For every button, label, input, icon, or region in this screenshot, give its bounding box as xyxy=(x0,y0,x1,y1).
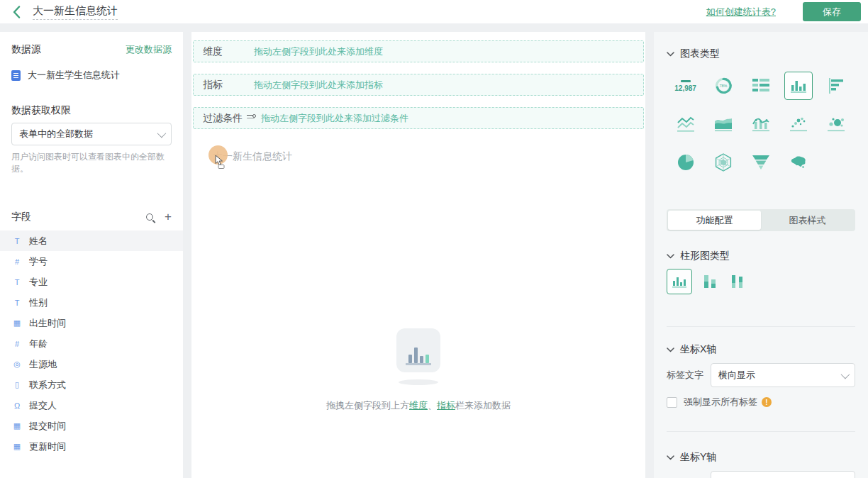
drag-cursor-icon xyxy=(214,155,226,171)
bubble-chart-icon[interactable] xyxy=(818,109,855,140)
permission-value: 表单中的全部数据 xyxy=(19,128,157,140)
metric-link[interactable]: 指标 xyxy=(437,400,455,411)
field-row[interactable]: ▦ 出生时间 xyxy=(0,313,183,333)
field-row[interactable]: T 性别 xyxy=(0,292,183,313)
field-row[interactable]: # 学号 xyxy=(0,251,183,272)
topbar: 大一新生信息统计 如何创建统计表? 保存 xyxy=(0,0,868,23)
field-name: 专业 xyxy=(29,276,48,289)
bar-chart-placeholder-icon xyxy=(396,328,440,372)
chevron-down-icon xyxy=(667,348,674,352)
selected-chart-type-frame xyxy=(784,72,813,100)
page-title[interactable]: 大一新生信息统计 xyxy=(33,4,118,20)
field-name: 年龄 xyxy=(29,338,48,350)
field-row[interactable]: ▯ 联系方式 xyxy=(0,374,183,395)
xaxis-section-header[interactable]: 坐标X轴 xyxy=(667,343,855,356)
chevron-down-icon xyxy=(667,455,674,460)
datasource-label: 数据源 xyxy=(11,43,41,56)
yaxis-section-header[interactable]: 坐标Y轴 xyxy=(667,451,855,464)
datasource-item[interactable]: 大一新生学生信息统计 xyxy=(11,69,172,82)
hbar-chart-icon[interactable] xyxy=(818,70,855,101)
force-labels-checkbox[interactable] xyxy=(667,397,677,408)
field-name: 联系方式 xyxy=(29,379,66,391)
back-icon[interactable] xyxy=(7,3,26,21)
filter-dropzone[interactable]: 过滤条件 拖动左侧字段到此处来添加过滤条件 xyxy=(193,107,644,129)
chart-type-grid: 12,987 78% xyxy=(667,70,855,178)
chevron-down-icon xyxy=(157,128,167,138)
chart-title[interactable]: 大一新生信息统计 xyxy=(213,150,292,163)
tab-chart-style[interactable]: 图表样式 xyxy=(761,211,854,230)
fields-list: T 姓名 # 学号 T 专业 T 性别 ▦ 出生时间 # 年龄 ◎ 生源地 ▯ … xyxy=(0,230,183,457)
force-labels-label: 强制显示所有标签 xyxy=(684,396,757,408)
field-name: 更新时间 xyxy=(29,440,66,453)
bar-type-section-header[interactable]: 柱形图类型 xyxy=(667,250,855,262)
dimension-label: 维度 xyxy=(203,45,223,58)
label-text-select[interactable]: 横向显示 xyxy=(711,363,855,387)
field-row[interactable]: Ω 提交人 xyxy=(0,395,183,416)
datasource-sidebar: 数据源 更改数据源 大一新生学生信息统计 数据获取权限 表单中的全部数据 用户访… xyxy=(0,32,183,478)
label-text-value: 横向显示 xyxy=(718,369,841,382)
date-icon: ▦ xyxy=(11,442,23,451)
field-name: 姓名 xyxy=(29,235,48,248)
field-name: 学号 xyxy=(29,255,48,268)
chevron-down-icon xyxy=(667,254,674,259)
funnel-chart-icon[interactable] xyxy=(742,147,779,178)
metric-hint: 拖动左侧字段到此处来添加指标 xyxy=(254,79,383,91)
change-datasource-link[interactable]: 更改数据源 xyxy=(126,43,172,56)
tab-function-config[interactable]: 功能配置 xyxy=(668,211,761,230)
text-icon: T xyxy=(11,299,23,307)
config-panel: 图表类型 12,987 78% xyxy=(654,32,868,478)
stacked-bar-icon[interactable] xyxy=(702,268,719,295)
permission-select[interactable]: 表单中的全部数据 xyxy=(11,123,172,145)
warning-icon[interactable]: ! xyxy=(762,397,772,407)
datasource-name: 大一新生学生信息统计 xyxy=(28,69,120,82)
number-icon: # xyxy=(11,257,23,266)
fields-label: 字段 xyxy=(11,211,146,223)
metric-label: 指标 xyxy=(203,79,223,91)
filter-icon xyxy=(247,114,255,123)
y-title-input-wrap xyxy=(711,471,855,478)
add-field-icon[interactable]: + xyxy=(165,212,172,222)
field-row[interactable]: T 专业 xyxy=(0,272,183,292)
permission-hint: 用户访问图表时可以查看图表中的全部数据。 xyxy=(11,151,172,175)
label-text-label: 标签文字 xyxy=(667,369,711,382)
combo-chart-icon[interactable] xyxy=(742,109,779,140)
config-tabs: 功能配置 图表样式 xyxy=(667,209,855,231)
empty-chart-placeholder: 拖拽左侧字段到上方维度、指标栏来添加数据 xyxy=(191,328,645,412)
help-link[interactable]: 如何创建统计表? xyxy=(706,6,776,18)
field-name: 生源地 xyxy=(29,358,57,371)
form-doc-icon xyxy=(11,70,21,81)
map-chart-icon[interactable] xyxy=(780,147,818,178)
svg-text:78%: 78% xyxy=(719,84,727,88)
field-row[interactable]: T 姓名 xyxy=(0,230,183,251)
bar-chart-icon[interactable] xyxy=(780,70,818,101)
field-name: 性别 xyxy=(29,296,48,309)
scatter-chart-icon[interactable] xyxy=(780,109,818,140)
chart-type-section-header[interactable]: 图表类型 xyxy=(667,48,855,60)
phone-icon: ▯ xyxy=(11,380,23,389)
save-button[interactable]: 保存 xyxy=(803,2,861,21)
donut-chart-icon[interactable]: 78% xyxy=(704,70,742,101)
field-row[interactable]: ▦ 提交时间 xyxy=(0,416,183,436)
kpi-number-icon[interactable]: 12,987 xyxy=(667,70,704,101)
user-icon: Ω xyxy=(11,401,23,410)
date-icon: ▦ xyxy=(11,421,23,430)
line-chart-icon[interactable] xyxy=(667,109,704,140)
field-row[interactable]: # 年龄 xyxy=(0,333,183,354)
field-name: 提交时间 xyxy=(29,420,66,433)
table-chart-icon[interactable] xyxy=(742,70,779,101)
selected-bar-subtype-frame xyxy=(667,269,692,294)
grouped-bar-icon[interactable] xyxy=(729,268,746,295)
dimension-link[interactable]: 维度 xyxy=(409,400,428,411)
pie-chart-icon[interactable] xyxy=(667,147,704,178)
text-icon: T xyxy=(11,237,23,245)
search-icon[interactable] xyxy=(146,213,153,221)
divider xyxy=(667,326,855,327)
radar-chart-icon[interactable] xyxy=(704,147,742,178)
field-row[interactable]: ▦ 更新时间 xyxy=(0,436,183,457)
dimension-dropzone[interactable]: 维度 拖动左侧字段到此处来添加维度 xyxy=(193,40,644,62)
field-row[interactable]: ◎ 生源地 xyxy=(0,354,183,374)
area-chart-icon[interactable] xyxy=(704,109,742,140)
metric-dropzone[interactable]: 指标 拖动左侧字段到此处来添加指标 xyxy=(193,74,644,96)
chevron-down-icon xyxy=(841,369,850,379)
basic-bar-icon[interactable] xyxy=(667,268,692,295)
